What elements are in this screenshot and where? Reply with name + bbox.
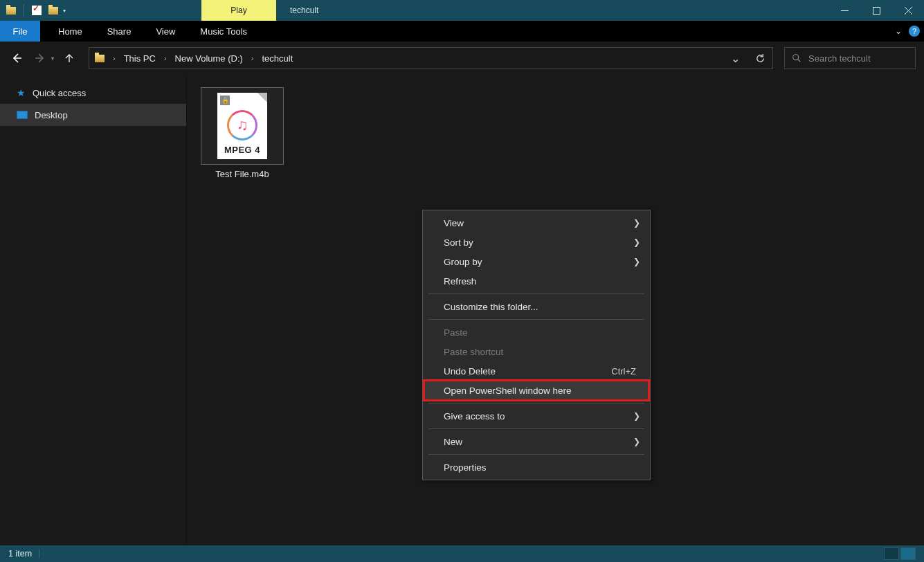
qat-dropdown-icon[interactable]: ▾	[63, 8, 66, 14]
collapse-ribbon-icon[interactable]: ⌄	[895, 26, 902, 36]
address-dropdown-icon[interactable]: ⌄	[723, 48, 748, 69]
sidebar-item-desktop[interactable]: Desktop	[0, 104, 186, 126]
menu-separator	[428, 319, 644, 320]
breadcrumb-sep-icon[interactable]: ›	[113, 54, 116, 62]
location-folder-icon	[95, 55, 105, 62]
tab-music-tools[interactable]: Music Tools	[188, 21, 260, 42]
breadcrumb-sep-icon[interactable]: ›	[164, 54, 167, 62]
title-bar: ▾ Play techcult	[0, 0, 924, 21]
svg-line-5	[798, 60, 801, 62]
file-tab[interactable]: File	[0, 21, 40, 42]
sidebar-label: Quick access	[33, 88, 86, 98]
status-bar: 1 item	[0, 545, 924, 562]
submenu-arrow-icon: ❯	[633, 237, 640, 247]
svg-rect-1	[873, 7, 880, 14]
content-pane[interactable]: 🔒 ♫ MPEG 4 Test File.m4b View❯ Sort by❯ …	[187, 75, 924, 545]
nav-bar: ▾ › This PC › New Volume (D:) › techcult…	[0, 42, 924, 75]
properties-check-icon[interactable]	[30, 3, 44, 17]
context-menu: View❯ Sort by❯ Group by❯ Refresh Customi…	[422, 210, 651, 480]
desktop-icon	[17, 111, 28, 119]
contextual-tab-play[interactable]: Play	[201, 0, 276, 21]
explorer-body: ★ Quick access Desktop 🔒 ♫ MPEG 4 Test F…	[0, 75, 924, 545]
star-icon: ★	[17, 87, 26, 98]
maximize-button[interactable]	[860, 0, 892, 21]
refresh-icon[interactable]	[748, 48, 772, 69]
close-button[interactable]	[892, 0, 924, 21]
thumbnails-view-button[interactable]	[900, 547, 916, 560]
sidebar-label: Desktop	[35, 110, 68, 120]
window-title: techcult	[276, 0, 318, 21]
menu-item-customize[interactable]: Customize this folder...	[424, 297, 649, 316]
help-icon[interactable]: ?	[909, 26, 920, 37]
up-button[interactable]	[61, 50, 78, 66]
search-placeholder: Search techcult	[808, 53, 871, 64]
tab-home[interactable]: Home	[46, 21, 95, 42]
tab-view[interactable]: View	[143, 21, 188, 42]
item-count: 1 item	[8, 549, 32, 559]
search-icon	[792, 53, 801, 63]
window-controls	[828, 0, 924, 21]
separator	[39, 549, 39, 559]
music-note-icon: ♫	[227, 110, 257, 140]
menu-item-group-by[interactable]: Group by❯	[424, 252, 649, 271]
tab-share[interactable]: Share	[95, 21, 144, 42]
menu-item-paste-shortcut: Paste shortcut	[424, 342, 649, 361]
sidebar-item-quick-access[interactable]: ★ Quick access	[0, 82, 186, 104]
file-thumbnail: 🔒 ♫ MPEG 4	[201, 87, 284, 165]
menu-item-view[interactable]: View❯	[424, 213, 649, 233]
ribbon-tabs: File Home Share View Music Tools ⌄ ?	[0, 21, 924, 42]
menu-item-give-access[interactable]: Give access to❯	[424, 406, 649, 426]
breadcrumb-volume[interactable]: New Volume (D:)	[175, 53, 243, 64]
file-name[interactable]: Test File.m4b	[215, 169, 269, 179]
back-button[interactable]	[8, 50, 25, 66]
submenu-arrow-icon: ❯	[633, 257, 640, 266]
menu-item-paste: Paste	[424, 323, 649, 342]
menu-item-refresh[interactable]: Refresh	[424, 271, 649, 291]
breadcrumb-this-pc[interactable]: This PC	[124, 53, 156, 64]
svg-point-4	[793, 55, 799, 60]
menu-item-sort-by[interactable]: Sort by❯	[424, 233, 649, 252]
address-bar[interactable]: › This PC › New Volume (D:) › techcult ⌄	[89, 47, 773, 69]
search-input[interactable]: Search techcult	[784, 47, 916, 69]
menu-item-open-powershell[interactable]: Open PowerShell window here	[424, 381, 649, 400]
menu-item-new[interactable]: New❯	[424, 432, 649, 451]
view-switcher	[884, 547, 916, 560]
file-item[interactable]: 🔒 ♫ MPEG 4 Test File.m4b	[201, 87, 284, 179]
menu-separator	[428, 293, 644, 294]
breadcrumb-sep-icon[interactable]: ›	[251, 54, 254, 62]
submenu-arrow-icon: ❯	[633, 218, 640, 228]
shortcut-label: Ctrl+Z	[611, 366, 636, 377]
menu-item-undo-delete[interactable]: Undo DeleteCtrl+Z	[424, 361, 649, 381]
submenu-arrow-icon: ❯	[633, 411, 640, 421]
nav-pane: ★ Quick access Desktop	[0, 75, 187, 545]
history-dropdown-icon[interactable]: ▾	[51, 55, 54, 62]
folder-icon[interactable]	[4, 3, 18, 17]
details-view-button[interactable]	[884, 547, 899, 560]
forward-button[interactable]	[32, 50, 48, 66]
minimize-button[interactable]	[828, 0, 860, 21]
submenu-arrow-icon: ❯	[633, 437, 640, 446]
breadcrumb-folder[interactable]: techcult	[262, 53, 293, 64]
separator	[24, 4, 24, 17]
quick-access-toolbar: ▾	[0, 0, 66, 21]
menu-separator	[428, 403, 644, 404]
menu-item-properties[interactable]: Properties	[424, 457, 649, 477]
menu-separator	[428, 428, 644, 429]
new-folder-icon[interactable]	[46, 3, 60, 17]
lock-icon: 🔒	[220, 96, 230, 105]
menu-separator	[428, 454, 644, 455]
file-type-label: MPEG 4	[224, 145, 260, 155]
